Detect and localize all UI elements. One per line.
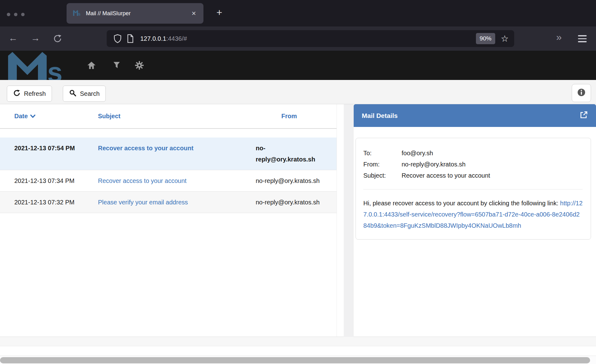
browser-tab[interactable]: s Mail // MailSlurper × xyxy=(67,3,203,24)
search-button[interactable]: Search xyxy=(63,86,106,102)
mail-row-from: no-reply@ory.kratos.sh xyxy=(256,175,337,186)
page-icon[interactable] xyxy=(126,34,134,43)
browser-tab-strip: s Mail // MailSlurper × + xyxy=(0,0,596,26)
refresh-button[interactable]: Refresh xyxy=(7,86,52,102)
window-maximize-dot[interactable] xyxy=(21,13,25,16)
mailslurper-logo: s xyxy=(7,51,71,80)
field-from: From: no-reply@ory.kratos.sh xyxy=(363,159,583,170)
svg-text:s: s xyxy=(78,12,81,16)
to-label: To: xyxy=(363,147,402,159)
mail-body: Hi, please recover access to your accoun… xyxy=(363,198,583,231)
mail-body-text: Hi, please recover access to your accoun… xyxy=(363,200,560,207)
tab-title: Mail // MailSlurper xyxy=(86,10,190,17)
subject-label: Subject: xyxy=(363,170,402,181)
window-minimize-dot[interactable] xyxy=(14,13,17,16)
mail-list-header: Date Subject From xyxy=(0,104,337,129)
refresh-icon xyxy=(13,89,21,98)
tab-close-icon[interactable]: × xyxy=(190,9,197,18)
column-header-from[interactable]: From xyxy=(256,113,337,120)
mail-details-card: To: foo@ory.sh From: no-reply@ory.kratos… xyxy=(356,138,591,240)
mailslurper-favicon-icon: s xyxy=(73,10,81,17)
forward-icon[interactable]: → xyxy=(29,33,42,43)
mail-row-date: 2021-12-13 07:54 PM xyxy=(0,142,98,165)
url-text[interactable]: 127.0.0.1:4436/# xyxy=(140,35,187,42)
url-path: :4436/# xyxy=(166,35,187,42)
mail-row-date: 2021-12-13 07:34 PM xyxy=(0,175,98,186)
reload-icon[interactable] xyxy=(53,34,62,44)
mail-details-title: Mail Details xyxy=(362,112,580,119)
bookmark-star-icon[interactable]: ☆ xyxy=(501,34,509,44)
open-external-icon[interactable] xyxy=(580,111,588,120)
filter-icon[interactable] xyxy=(113,61,121,70)
home-icon[interactable] xyxy=(87,61,96,71)
new-tab-button[interactable]: + xyxy=(213,7,226,18)
search-icon xyxy=(69,89,77,98)
field-subject: Subject: Recover access to your account xyxy=(363,170,583,181)
scrollbar-thumb[interactable] xyxy=(0,357,590,363)
zoom-level-badge[interactable]: 90% xyxy=(476,33,495,44)
mail-details-panel: Mail Details To: foo@ory.sh From: no-rep… xyxy=(354,104,596,337)
mail-row-subject-link[interactable]: Please verify your email address xyxy=(98,199,188,206)
panel-divider xyxy=(344,104,354,337)
mail-row-from: no-reply@ory.kratos.sh xyxy=(256,197,337,208)
url-bar[interactable]: 127.0.0.1:4436/# 90% ☆ xyxy=(107,30,514,47)
mail-row-subject-link[interactable]: Recover access to your account xyxy=(98,177,187,184)
mailslurper-navbar: s xyxy=(0,51,596,80)
column-header-date[interactable]: Date xyxy=(0,113,98,120)
sort-chevron-down-icon xyxy=(30,113,35,120)
refresh-button-label: Refresh xyxy=(24,90,46,97)
menu-hamburger-icon[interactable] xyxy=(578,35,587,42)
mail-row-date: 2021-12-13 07:32 PM xyxy=(0,197,98,208)
window-controls[interactable] xyxy=(7,13,25,16)
column-header-subject[interactable]: Subject xyxy=(98,113,256,120)
url-host: 127.0.0.1 xyxy=(140,35,166,42)
horizontal-scrollbar[interactable] xyxy=(0,356,596,364)
back-icon[interactable]: ← xyxy=(6,33,20,43)
to-value: foo@ory.sh xyxy=(402,147,583,159)
mail-list-panel: Date Subject From 2021-12-13 07:54 PM Re… xyxy=(0,104,344,337)
svg-text:s: s xyxy=(47,57,63,80)
shield-icon[interactable] xyxy=(113,34,122,43)
from-value: no-reply@ory.kratos.sh xyxy=(402,159,583,170)
mail-row-subject-link[interactable]: Recover access to your account xyxy=(98,145,193,152)
card-divider xyxy=(363,189,583,189)
mail-row-from: no-reply@ory.kratos.sh xyxy=(256,142,337,165)
from-label: From: xyxy=(363,159,402,170)
mail-row[interactable]: 2021-12-13 07:34 PM Recover access to yo… xyxy=(0,170,337,192)
mail-row[interactable]: 2021-12-13 07:32 PM Please verify your e… xyxy=(0,192,337,213)
main-content: Date Subject From 2021-12-13 07:54 PM Re… xyxy=(0,104,596,337)
subject-value: Recover access to your account xyxy=(402,170,583,181)
info-button[interactable] xyxy=(572,84,591,102)
window-close-dot[interactable] xyxy=(7,13,10,16)
info-icon xyxy=(577,88,586,98)
footer-strip xyxy=(0,337,596,346)
gear-icon[interactable] xyxy=(135,61,144,71)
toolbar-overflow-icon[interactable]: » xyxy=(556,31,562,43)
search-button-label: Search xyxy=(80,90,100,97)
browser-toolbar: ← → 127.0.0.1:4436/# 90% ☆ » xyxy=(0,26,596,51)
mail-row[interactable]: 2021-12-13 07:54 PM Recover access to yo… xyxy=(0,138,337,170)
app-toolbar: Refresh Search xyxy=(0,80,596,104)
mail-details-header: Mail Details xyxy=(354,104,596,127)
field-to: To: foo@ory.sh xyxy=(363,147,583,159)
